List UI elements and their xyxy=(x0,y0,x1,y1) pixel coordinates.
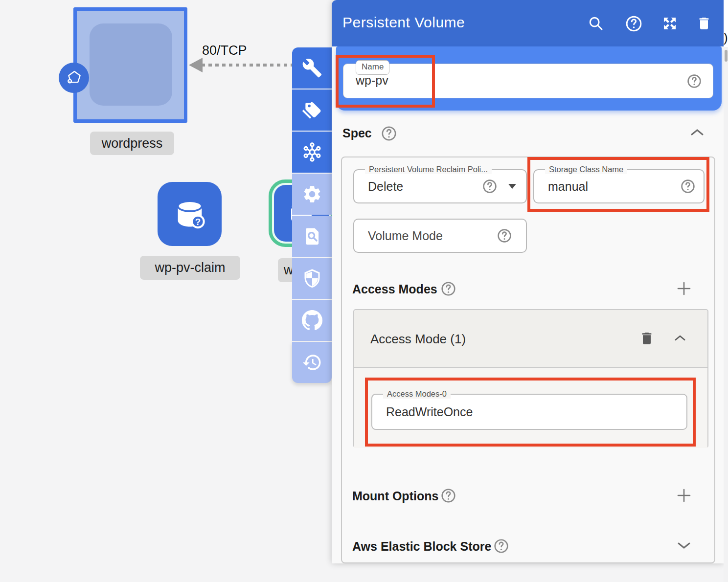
network-hub-icon[interactable] xyxy=(292,132,332,173)
spec-section-title: Spec xyxy=(342,126,372,140)
storage-class-value: manual xyxy=(548,179,588,194)
name-help-icon[interactable] xyxy=(686,73,702,89)
history-icon[interactable] xyxy=(292,342,332,383)
wordpress-inner-shape xyxy=(90,23,172,106)
aws-ebs-title: Aws Elastic Block Store xyxy=(352,539,491,554)
name-field-tab-label: Name xyxy=(356,60,389,75)
reclaim-policy-select[interactable]: Persistent Volume Reclaim Poli... Delete xyxy=(353,169,527,203)
access-modes-title: Access Modes xyxy=(352,282,437,296)
access-mode-card: Access Mode (1) Access Modes-0 ReadWrite… xyxy=(353,309,708,448)
scrollbar-thumb[interactable] xyxy=(725,50,728,62)
mount-options-title: Mount Options xyxy=(352,489,438,503)
name-input-value: wp-pv xyxy=(356,73,388,88)
reclaim-policy-caret-icon[interactable] xyxy=(508,184,516,189)
clipped-glyph: ) xyxy=(724,30,728,45)
access-mode-collapse-chevron-icon[interactable] xyxy=(674,335,686,342)
volume-mode-input[interactable]: Volume Mode xyxy=(353,219,527,253)
spec-help-icon[interactable] xyxy=(381,125,397,144)
wrench-icon[interactable] xyxy=(292,47,332,89)
wordpress-label: wordpress xyxy=(90,132,174,155)
edge-arrowhead-icon xyxy=(189,58,203,72)
gear-icon[interactable] xyxy=(292,174,332,215)
reclaim-policy-label: Persistent Volume Reclaim Poli... xyxy=(365,165,492,174)
pod-pentagon-icon xyxy=(59,63,89,93)
access-modes-0-value: ReadWriteOnce xyxy=(386,405,473,419)
access-mode-card-header[interactable]: Access Mode (1) xyxy=(354,310,707,368)
panel-title: Persistent Volume xyxy=(342,14,465,31)
aws-ebs-help-icon[interactable] xyxy=(493,538,509,556)
expand-icon[interactable] xyxy=(660,14,679,33)
spec-collapse-chevron-icon[interactable] xyxy=(690,128,704,137)
shield-icon[interactable] xyxy=(292,258,332,299)
add-mount-option-button[interactable] xyxy=(676,488,692,503)
github-icon[interactable] xyxy=(292,300,332,341)
name-field-band: Name wp-pv xyxy=(336,46,722,111)
trash-icon[interactable] xyxy=(695,14,713,33)
tags-icon[interactable] xyxy=(292,90,332,131)
search-icon[interactable] xyxy=(587,14,605,33)
node-wp-pv-claim[interactable]: ? xyxy=(158,182,222,246)
storage-class-input[interactable]: Storage Class Name manual xyxy=(533,169,705,203)
storage-class-label: Storage Class Name xyxy=(545,165,627,174)
access-mode-card-title: Access Mode (1) xyxy=(370,332,466,347)
storage-class-help-icon[interactable] xyxy=(680,179,696,194)
node-wordpress[interactable] xyxy=(73,7,187,123)
reclaim-policy-value: Delete xyxy=(368,179,403,194)
access-modes-0-input[interactable]: Access Modes-0 ReadWriteOnce xyxy=(371,394,687,430)
delete-access-mode-icon[interactable] xyxy=(639,331,655,346)
persistent-volume-panel: Persistent Volume Name xyxy=(332,0,724,563)
panel-header: Persistent Volume xyxy=(332,0,724,46)
help-icon[interactable] xyxy=(624,14,643,33)
add-access-mode-button[interactable] xyxy=(676,281,692,296)
name-input[interactable] xyxy=(343,64,713,98)
file-search-icon[interactable] xyxy=(292,216,332,257)
svg-text:?: ? xyxy=(195,216,200,226)
access-mode-card-body: Access Modes-0 ReadWriteOnce xyxy=(354,368,707,448)
page-edge-strip: ) xyxy=(724,0,728,582)
aws-ebs-expand-chevron-icon[interactable] xyxy=(677,541,691,550)
mount-options-help-icon[interactable] xyxy=(440,488,456,506)
reclaim-policy-help-icon[interactable] xyxy=(482,179,498,194)
edge-dotted-line xyxy=(202,64,293,67)
volume-mode-help-icon[interactable] xyxy=(497,228,512,244)
access-modes-help-icon[interactable] xyxy=(440,281,456,299)
access-modes-0-label: Access Modes-0 xyxy=(383,389,451,399)
edge-port-label: 80/TCP xyxy=(202,43,247,58)
wp-pv-claim-label: wp-pv-claim xyxy=(140,256,240,280)
volume-mode-label: Volume Mode xyxy=(368,229,443,243)
